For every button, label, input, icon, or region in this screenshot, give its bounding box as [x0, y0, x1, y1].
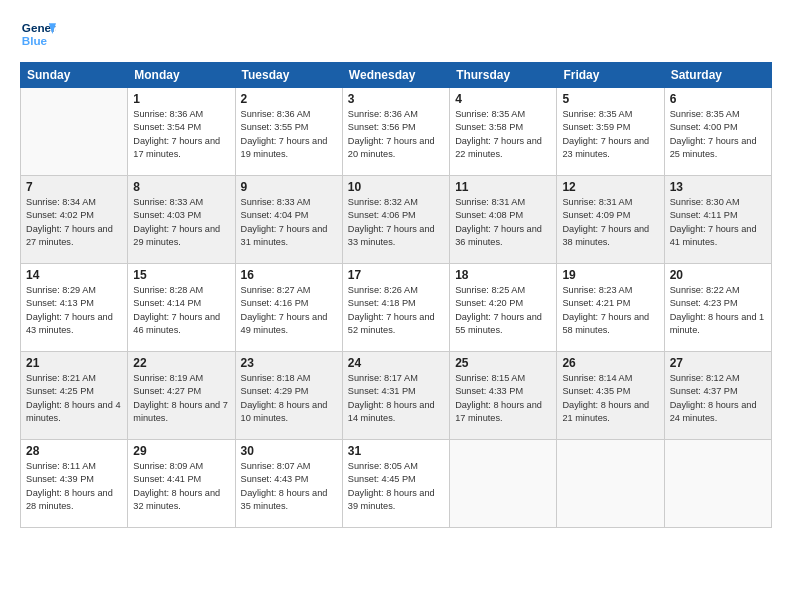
day-number: 31: [348, 444, 444, 458]
logo-icon: General Blue: [20, 16, 56, 52]
day-number: 2: [241, 92, 337, 106]
day-info: Sunrise: 8:36 AMSunset: 3:54 PMDaylight:…: [133, 108, 229, 161]
calendar-cell: 24Sunrise: 8:17 AMSunset: 4:31 PMDayligh…: [342, 352, 449, 440]
day-number: 13: [670, 180, 766, 194]
day-info: Sunrise: 8:19 AMSunset: 4:27 PMDaylight:…: [133, 372, 229, 425]
day-info: Sunrise: 8:35 AMSunset: 4:00 PMDaylight:…: [670, 108, 766, 161]
calendar-cell: 20Sunrise: 8:22 AMSunset: 4:23 PMDayligh…: [664, 264, 771, 352]
calendar-cell: [450, 440, 557, 528]
day-number: 5: [562, 92, 658, 106]
day-info: Sunrise: 8:36 AMSunset: 3:55 PMDaylight:…: [241, 108, 337, 161]
calendar-cell: 12Sunrise: 8:31 AMSunset: 4:09 PMDayligh…: [557, 176, 664, 264]
logo: General Blue: [20, 16, 56, 52]
day-info: Sunrise: 8:21 AMSunset: 4:25 PMDaylight:…: [26, 372, 122, 425]
calendar-cell: 18Sunrise: 8:25 AMSunset: 4:20 PMDayligh…: [450, 264, 557, 352]
calendar-body: 1Sunrise: 8:36 AMSunset: 3:54 PMDaylight…: [21, 88, 772, 528]
day-info: Sunrise: 8:33 AMSunset: 4:04 PMDaylight:…: [241, 196, 337, 249]
day-number: 23: [241, 356, 337, 370]
day-number: 10: [348, 180, 444, 194]
calendar-cell: 10Sunrise: 8:32 AMSunset: 4:06 PMDayligh…: [342, 176, 449, 264]
weekday-header: Saturday: [664, 63, 771, 88]
day-info: Sunrise: 8:29 AMSunset: 4:13 PMDaylight:…: [26, 284, 122, 337]
day-number: 26: [562, 356, 658, 370]
day-info: Sunrise: 8:17 AMSunset: 4:31 PMDaylight:…: [348, 372, 444, 425]
day-number: 14: [26, 268, 122, 282]
calendar-cell: [557, 440, 664, 528]
calendar-week-row: 28Sunrise: 8:11 AMSunset: 4:39 PMDayligh…: [21, 440, 772, 528]
calendar-cell: 22Sunrise: 8:19 AMSunset: 4:27 PMDayligh…: [128, 352, 235, 440]
calendar-table: SundayMondayTuesdayWednesdayThursdayFrid…: [20, 62, 772, 528]
day-info: Sunrise: 8:11 AMSunset: 4:39 PMDaylight:…: [26, 460, 122, 513]
weekday-header: Thursday: [450, 63, 557, 88]
day-number: 4: [455, 92, 551, 106]
weekday-row: SundayMondayTuesdayWednesdayThursdayFrid…: [21, 63, 772, 88]
day-info: Sunrise: 8:09 AMSunset: 4:41 PMDaylight:…: [133, 460, 229, 513]
day-number: 24: [348, 356, 444, 370]
day-info: Sunrise: 8:27 AMSunset: 4:16 PMDaylight:…: [241, 284, 337, 337]
day-info: Sunrise: 8:23 AMSunset: 4:21 PMDaylight:…: [562, 284, 658, 337]
day-info: Sunrise: 8:31 AMSunset: 4:08 PMDaylight:…: [455, 196, 551, 249]
day-info: Sunrise: 8:28 AMSunset: 4:14 PMDaylight:…: [133, 284, 229, 337]
calendar-cell: 14Sunrise: 8:29 AMSunset: 4:13 PMDayligh…: [21, 264, 128, 352]
calendar-cell: 4Sunrise: 8:35 AMSunset: 3:58 PMDaylight…: [450, 88, 557, 176]
day-number: 3: [348, 92, 444, 106]
day-info: Sunrise: 8:14 AMSunset: 4:35 PMDaylight:…: [562, 372, 658, 425]
day-info: Sunrise: 8:35 AMSunset: 3:59 PMDaylight:…: [562, 108, 658, 161]
day-number: 27: [670, 356, 766, 370]
weekday-header: Friday: [557, 63, 664, 88]
calendar-cell: [21, 88, 128, 176]
day-number: 9: [241, 180, 337, 194]
calendar-cell: 25Sunrise: 8:15 AMSunset: 4:33 PMDayligh…: [450, 352, 557, 440]
day-info: Sunrise: 8:05 AMSunset: 4:45 PMDaylight:…: [348, 460, 444, 513]
calendar-cell: 2Sunrise: 8:36 AMSunset: 3:55 PMDaylight…: [235, 88, 342, 176]
day-number: 16: [241, 268, 337, 282]
weekday-header: Sunday: [21, 63, 128, 88]
weekday-header: Tuesday: [235, 63, 342, 88]
day-number: 6: [670, 92, 766, 106]
calendar-header: SundayMondayTuesdayWednesdayThursdayFrid…: [21, 63, 772, 88]
calendar-cell: 17Sunrise: 8:26 AMSunset: 4:18 PMDayligh…: [342, 264, 449, 352]
calendar-cell: 19Sunrise: 8:23 AMSunset: 4:21 PMDayligh…: [557, 264, 664, 352]
calendar-cell: 1Sunrise: 8:36 AMSunset: 3:54 PMDaylight…: [128, 88, 235, 176]
calendar-cell: 6Sunrise: 8:35 AMSunset: 4:00 PMDaylight…: [664, 88, 771, 176]
day-info: Sunrise: 8:30 AMSunset: 4:11 PMDaylight:…: [670, 196, 766, 249]
day-number: 28: [26, 444, 122, 458]
calendar-cell: 9Sunrise: 8:33 AMSunset: 4:04 PMDaylight…: [235, 176, 342, 264]
calendar-cell: 28Sunrise: 8:11 AMSunset: 4:39 PMDayligh…: [21, 440, 128, 528]
day-number: 19: [562, 268, 658, 282]
day-number: 25: [455, 356, 551, 370]
day-info: Sunrise: 8:25 AMSunset: 4:20 PMDaylight:…: [455, 284, 551, 337]
day-number: 1: [133, 92, 229, 106]
day-number: 20: [670, 268, 766, 282]
calendar-cell: 26Sunrise: 8:14 AMSunset: 4:35 PMDayligh…: [557, 352, 664, 440]
day-number: 21: [26, 356, 122, 370]
day-info: Sunrise: 8:18 AMSunset: 4:29 PMDaylight:…: [241, 372, 337, 425]
calendar-cell: 27Sunrise: 8:12 AMSunset: 4:37 PMDayligh…: [664, 352, 771, 440]
weekday-header: Monday: [128, 63, 235, 88]
calendar-cell: 3Sunrise: 8:36 AMSunset: 3:56 PMDaylight…: [342, 88, 449, 176]
day-number: 7: [26, 180, 122, 194]
day-number: 12: [562, 180, 658, 194]
calendar-cell: 11Sunrise: 8:31 AMSunset: 4:08 PMDayligh…: [450, 176, 557, 264]
page: General Blue SundayMondayTuesdayWednesda…: [0, 0, 792, 612]
calendar-cell: 29Sunrise: 8:09 AMSunset: 4:41 PMDayligh…: [128, 440, 235, 528]
svg-text:Blue: Blue: [22, 34, 48, 47]
day-info: Sunrise: 8:36 AMSunset: 3:56 PMDaylight:…: [348, 108, 444, 161]
header: General Blue: [20, 16, 772, 52]
day-number: 29: [133, 444, 229, 458]
day-info: Sunrise: 8:32 AMSunset: 4:06 PMDaylight:…: [348, 196, 444, 249]
calendar-cell: 5Sunrise: 8:35 AMSunset: 3:59 PMDaylight…: [557, 88, 664, 176]
calendar-cell: 15Sunrise: 8:28 AMSunset: 4:14 PMDayligh…: [128, 264, 235, 352]
calendar-week-row: 14Sunrise: 8:29 AMSunset: 4:13 PMDayligh…: [21, 264, 772, 352]
day-info: Sunrise: 8:26 AMSunset: 4:18 PMDaylight:…: [348, 284, 444, 337]
calendar-cell: 8Sunrise: 8:33 AMSunset: 4:03 PMDaylight…: [128, 176, 235, 264]
calendar-week-row: 21Sunrise: 8:21 AMSunset: 4:25 PMDayligh…: [21, 352, 772, 440]
calendar-cell: 31Sunrise: 8:05 AMSunset: 4:45 PMDayligh…: [342, 440, 449, 528]
day-number: 22: [133, 356, 229, 370]
day-info: Sunrise: 8:34 AMSunset: 4:02 PMDaylight:…: [26, 196, 122, 249]
day-info: Sunrise: 8:15 AMSunset: 4:33 PMDaylight:…: [455, 372, 551, 425]
weekday-header: Wednesday: [342, 63, 449, 88]
day-info: Sunrise: 8:22 AMSunset: 4:23 PMDaylight:…: [670, 284, 766, 337]
day-info: Sunrise: 8:35 AMSunset: 3:58 PMDaylight:…: [455, 108, 551, 161]
calendar-cell: 13Sunrise: 8:30 AMSunset: 4:11 PMDayligh…: [664, 176, 771, 264]
